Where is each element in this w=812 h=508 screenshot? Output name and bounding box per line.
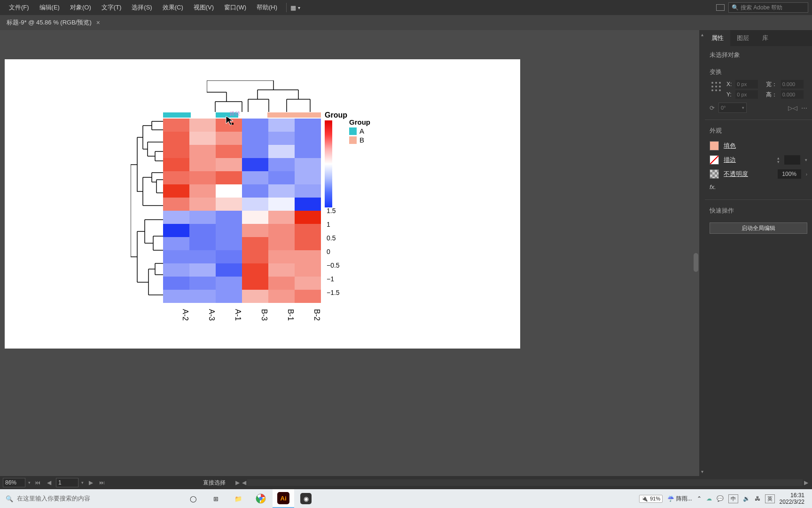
- heatmap-cell: [189, 224, 216, 237]
- doc-arrange-icon[interactable]: ▦: [290, 4, 296, 11]
- heatmap-cell: [163, 237, 189, 250]
- obs-icon[interactable]: ◉: [295, 489, 317, 508]
- wechat-icon[interactable]: 💬: [717, 495, 724, 502]
- svg-point-8: [715, 89, 717, 91]
- more-options-icon[interactable]: ⋯: [801, 104, 807, 111]
- artboard[interactable]: .group-bar .group-cell:nth-child(2){marg…: [5, 59, 520, 349]
- file-explorer-icon[interactable]: 📁: [227, 489, 249, 508]
- y-input[interactable]: [735, 90, 758, 99]
- opacity-more-icon[interactable]: ›: [806, 172, 807, 177]
- heatmap-cell: [216, 132, 242, 145]
- section-quick-title: 快速操作: [710, 206, 807, 215]
- heatmap-cell: [216, 211, 242, 224]
- rotate-input[interactable]: 0°▾: [718, 103, 747, 113]
- heatmap-cell: [189, 290, 216, 303]
- heatmap-cell: [268, 277, 295, 290]
- width-input[interactable]: [781, 80, 804, 88]
- artboard-select[interactable]: 1: [56, 478, 78, 487]
- ime-lang-2[interactable]: 英: [765, 494, 775, 503]
- chrome-icon[interactable]: [250, 489, 272, 508]
- volume-icon[interactable]: 🔉: [743, 495, 750, 502]
- menu-对象[interactable]: 对象(O): [65, 3, 96, 12]
- canvas[interactable]: .group-bar .group-cell:nth-child(2){marg…: [0, 30, 699, 476]
- taskbar-search[interactable]: 🔍 在这里输入你要搜索的内容: [3, 494, 181, 503]
- cortana-icon[interactable]: ◯: [182, 489, 204, 508]
- heatmap-cell: [216, 145, 242, 158]
- heatmap-cell: [268, 250, 295, 263]
- tab-library[interactable]: 库: [756, 30, 775, 46]
- menu-文字[interactable]: 文字(T): [96, 3, 127, 12]
- clock[interactable]: 16:31 2022/3/22: [780, 492, 804, 505]
- menu-效果[interactable]: 效果(C): [157, 3, 188, 12]
- status-bar: 86% ▾ ⏮ ◀ 1 ▾ ▶ ⏭ 直接选择 ▶ ◀ ▶: [0, 476, 812, 489]
- artboard-dropdown-icon[interactable]: ▾: [81, 480, 84, 485]
- panel-toggle-icon[interactable]: [716, 4, 725, 11]
- heatmap-cell: [242, 290, 268, 303]
- svg-point-6: [719, 86, 721, 87]
- flip-h-icon[interactable]: ▷◁: [788, 104, 797, 111]
- network-icon[interactable]: 🖧: [755, 495, 760, 502]
- collapse-up-icon[interactable]: ▴: [699, 32, 705, 37]
- current-tool-label: 直接选择: [203, 479, 226, 487]
- scroll-play-icon[interactable]: ▶: [234, 479, 241, 486]
- stroke-dropdown-icon[interactable]: ▾: [805, 158, 807, 162]
- zoom-dropdown-icon[interactable]: ▾: [28, 480, 31, 485]
- heatmap-cell: [189, 198, 216, 211]
- horizontal-scrollbar[interactable]: [247, 479, 803, 486]
- document-tab[interactable]: 标题-9* @ 45.86 % (RGB/预览) ×: [2, 15, 105, 30]
- menu-编辑[interactable]: 编辑(E): [34, 3, 65, 12]
- fill-swatch[interactable]: [710, 141, 719, 151]
- heatmap-cell: [163, 119, 189, 132]
- heatmap-cell: [268, 290, 295, 303]
- next-artboard-icon[interactable]: ▶: [86, 478, 95, 487]
- task-view-icon[interactable]: ⊞: [205, 489, 226, 508]
- menu-帮助[interactable]: 帮助(H): [251, 3, 282, 12]
- last-artboard-icon[interactable]: ⏭: [98, 478, 106, 487]
- collapse-down-icon[interactable]: ▾: [699, 469, 705, 474]
- fx-label[interactable]: fx.: [710, 183, 716, 190]
- help-search[interactable]: 🔍 搜索 Adobe 帮助: [728, 2, 808, 13]
- illustrator-icon[interactable]: Ai: [273, 489, 294, 508]
- opacity-input[interactable]: 100%: [778, 169, 801, 179]
- heatmap-cell: [295, 171, 321, 184]
- heatmap-cell: [242, 277, 268, 290]
- panel-collapse-strip: ▴ ▾: [699, 30, 705, 476]
- scroll-left-icon[interactable]: ◀: [241, 479, 247, 486]
- zoom-select[interactable]: 86%: [3, 478, 25, 487]
- close-icon[interactable]: ×: [96, 19, 100, 26]
- svg-point-4: [711, 86, 713, 87]
- tray-chevron-icon[interactable]: ⌃: [697, 495, 702, 502]
- properties-panel: 属性 图层 库 未选择对象 变换 X: 宽： Y: 高： ⟳ 0°▾: [705, 30, 812, 476]
- stroke-weight-stepper[interactable]: ▴▾: [777, 156, 780, 164]
- tab-layers[interactable]: 图层: [730, 30, 756, 46]
- opacity-label[interactable]: 不透明度: [724, 170, 773, 178]
- global-edit-button[interactable]: 启动全局编辑: [710, 222, 807, 234]
- menu-选择[interactable]: 选择(S): [126, 3, 157, 12]
- heatmap-cell: [295, 119, 321, 132]
- first-artboard-icon[interactable]: ⏮: [33, 478, 42, 487]
- panel-tabs: 属性 图层 库: [705, 30, 812, 46]
- weather-widget[interactable]: ☔ 阵雨...: [667, 495, 692, 503]
- x-input[interactable]: [735, 80, 758, 88]
- scroll-right-icon[interactable]: ▶: [803, 479, 809, 486]
- chevron-down-icon[interactable]: ▾: [298, 5, 300, 10]
- heatmap-cell: [295, 250, 321, 263]
- stroke-label[interactable]: 描边: [724, 156, 773, 164]
- tab-properties[interactable]: 属性: [705, 30, 730, 46]
- stroke-swatch[interactable]: [710, 155, 719, 165]
- ime-lang-1[interactable]: 中: [728, 494, 738, 503]
- onedrive-icon[interactable]: ☁: [706, 495, 712, 502]
- prev-artboard-icon[interactable]: ◀: [45, 478, 53, 487]
- height-input[interactable]: [781, 90, 804, 99]
- vertical-scrollbar[interactable]: [694, 253, 698, 272]
- heatmap-cell: [295, 132, 321, 145]
- column-labels: A-2A-3A-1B-3B-1B-2: [163, 305, 321, 324]
- stroke-weight-field[interactable]: [784, 155, 800, 165]
- fill-label[interactable]: 填色: [724, 142, 807, 150]
- reference-point-icon[interactable]: [710, 80, 723, 93]
- menu-视图[interactable]: 视图(V): [188, 3, 219, 12]
- menu-窗口[interactable]: 窗口(W): [219, 3, 251, 12]
- heatmap-cell: [189, 211, 216, 224]
- menu-文件[interactable]: 文件(F): [4, 3, 34, 12]
- battery-indicator[interactable]: 🔌 91%: [639, 495, 663, 503]
